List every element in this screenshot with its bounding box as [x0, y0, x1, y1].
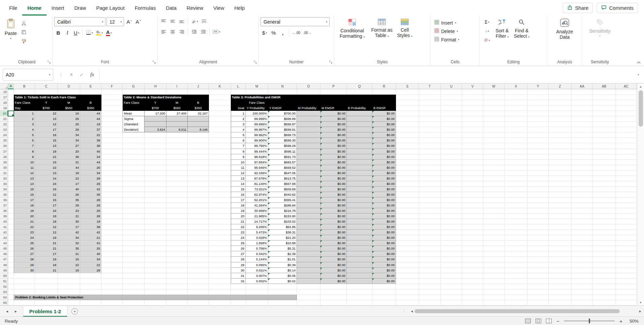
cell-K27[interactable] [209, 149, 231, 154]
cell-D28[interactable]: 39 [58, 154, 80, 160]
cell-AB43[interactable] [593, 235, 616, 240]
cell-Y24[interactable] [527, 132, 549, 138]
increase-indent-button[interactable] [199, 28, 207, 36]
cell-L35[interactable]: 16 [231, 192, 246, 197]
cell-AC20[interactable] [616, 111, 637, 116]
cell-A54[interactable] [8, 295, 14, 300]
cell-AA38[interactable] [572, 208, 593, 214]
cell-F21[interactable] [101, 116, 123, 122]
cell-Y23[interactable] [527, 127, 549, 132]
cell-E45[interactable]: 25 [80, 246, 101, 251]
cell-S19[interactable] [396, 105, 419, 111]
cell-S32[interactable] [396, 176, 419, 181]
cell-T18[interactable] [419, 100, 441, 105]
cell-AA25[interactable] [572, 138, 593, 143]
cell-F25[interactable] [101, 138, 123, 143]
cell-D19[interactable]: $550 [58, 105, 80, 111]
cell-H47[interactable] [145, 257, 166, 262]
cell-S28[interactable] [396, 154, 419, 160]
cell-H55[interactable] [145, 300, 166, 305]
column-header-F[interactable]: F [101, 84, 123, 89]
cell-M32[interactable]: 87.678% [246, 176, 268, 181]
cell-J36[interactable] [188, 197, 209, 203]
cell-B52[interactable] [14, 284, 35, 289]
cell-X52[interactable] [504, 284, 527, 289]
cell-Z25[interactable] [549, 138, 572, 143]
cell-F52[interactable] [101, 284, 123, 289]
cell-E22[interactable]: 19 [80, 122, 101, 127]
cell-AB28[interactable] [593, 154, 616, 160]
cell-A40[interactable] [8, 219, 14, 224]
cell-P30[interactable]: $0.00 [320, 165, 347, 170]
cell-P35[interactable]: $0.00 [320, 192, 347, 197]
cell-K31[interactable] [209, 170, 231, 176]
cell-O51[interactable] [297, 279, 320, 284]
cell-B19[interactable]: Day [14, 105, 35, 111]
cell-Z40[interactable] [549, 219, 572, 224]
cell-N25[interactable]: $699.30 [268, 138, 297, 143]
cell-P49[interactable]: $0.00 [320, 268, 347, 273]
cell-D27[interactable]: 20 [58, 149, 80, 154]
cell-B47[interactable]: 28 [14, 257, 35, 262]
cell-N32[interactable]: $613.75 [268, 176, 297, 181]
cell-M20[interactable]: 100.000% [246, 111, 268, 116]
cell-AA45[interactable] [572, 246, 593, 251]
cell-D29[interactable]: 31 [58, 160, 80, 165]
cell-L26[interactable]: 7 [231, 143, 246, 149]
cell-I48[interactable] [166, 262, 188, 268]
cell-AC32[interactable] [616, 176, 637, 181]
cell-K26[interactable] [209, 143, 231, 149]
cell-R38[interactable]: $0.00 [372, 208, 396, 214]
cell-Y30[interactable] [527, 165, 549, 170]
cell-Z18[interactable] [549, 100, 572, 105]
cell-K23[interactable] [209, 127, 231, 132]
cell-J50[interactable] [188, 273, 209, 279]
cell-I37[interactable] [166, 203, 188, 208]
cell-E16[interactable] [80, 89, 101, 95]
cell-J44[interactable] [188, 240, 209, 246]
cell-B54[interactable]: Problem 2: Booking Limits & Seat Protect… [14, 295, 297, 300]
cell-AA43[interactable] [572, 235, 593, 240]
cell-U43[interactable] [441, 235, 462, 240]
cell-S44[interactable] [396, 240, 419, 246]
row-header-48[interactable]: 48 [0, 262, 8, 268]
cell-B38[interactable]: 19 [14, 208, 35, 214]
cell-AC36[interactable] [616, 197, 637, 203]
cell-B29[interactable]: 10 [14, 160, 35, 165]
cell-S26[interactable] [396, 143, 419, 149]
cell-X37[interactable] [504, 203, 527, 208]
cell-D45[interactable]: 35 [58, 246, 80, 251]
cell-N55[interactable] [268, 300, 297, 305]
cell-J46[interactable] [188, 251, 209, 257]
cell-Y38[interactable] [527, 208, 549, 214]
cell-J29[interactable] [188, 160, 209, 165]
cell-G25[interactable] [123, 138, 145, 143]
cell-M24[interactable]: 99.962% [246, 132, 268, 138]
column-header-Z[interactable]: Z [549, 84, 572, 89]
cell-Q55[interactable] [347, 300, 372, 305]
scroll-left-icon[interactable]: ◀ [411, 310, 413, 313]
cell-J53[interactable] [188, 289, 209, 295]
cell-N33[interactable]: $567.98 [268, 181, 297, 187]
cell-J47[interactable] [188, 257, 209, 262]
cell-R28[interactable]: $0.00 [372, 154, 396, 160]
cell-P29[interactable]: $0.00 [320, 160, 347, 165]
cell-Y32[interactable] [527, 176, 549, 181]
cell-G39[interactable] [123, 214, 145, 219]
cell-A48[interactable] [8, 262, 14, 268]
column-header-L[interactable]: L [231, 84, 246, 89]
cell-O47[interactable] [297, 257, 320, 262]
cell-O23[interactable] [297, 127, 320, 132]
cell-M55[interactable] [246, 300, 268, 305]
cell-G33[interactable] [123, 181, 145, 187]
cell-E19[interactable]: $350 [80, 105, 101, 111]
cell-U32[interactable] [441, 176, 462, 181]
cell-Y41[interactable] [527, 224, 549, 230]
cell-D52[interactable] [58, 284, 80, 289]
cell-H43[interactable] [145, 235, 166, 240]
cell-V52[interactable] [462, 284, 483, 289]
cell-Q46[interactable] [347, 251, 372, 257]
cell-T38[interactable] [419, 208, 441, 214]
cell-T50[interactable] [419, 273, 441, 279]
cell-T21[interactable] [419, 116, 441, 122]
